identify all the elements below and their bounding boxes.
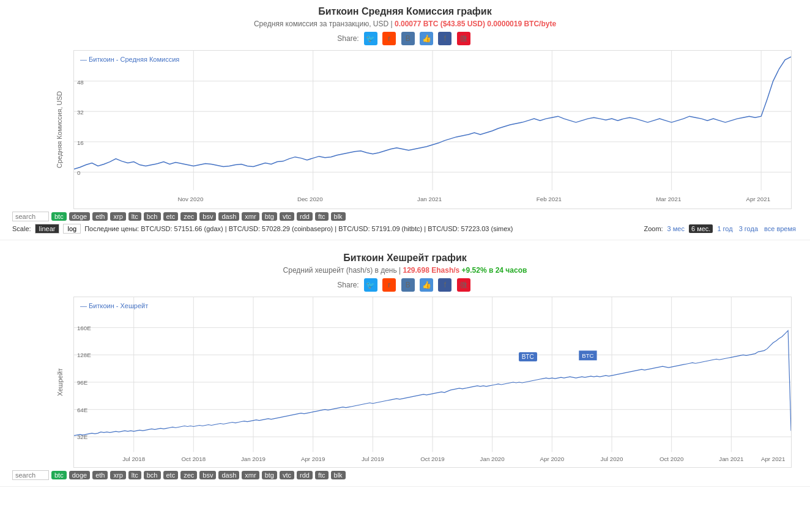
chart1-share-bar: Share: 🐦 r В 👍 f 微 xyxy=(12,32,798,45)
coin-bch-1[interactable]: bch xyxy=(144,212,161,221)
chart2-title: Биткоин Хешрейт график xyxy=(12,253,798,264)
coin-ltc-1[interactable]: ltc xyxy=(128,212,141,221)
chart2-section: Биткоин Хешрейт график Средний хешрейт (… xyxy=(0,246,810,487)
svg-text:Oct 2019: Oct 2019 xyxy=(420,456,445,462)
chart1-subtitle-prefix: Средняя комиссия за транзакцию, USD | xyxy=(254,20,393,28)
share-facebook-icon[interactable]: f xyxy=(438,32,451,45)
zoom-3m[interactable]: 3 мес xyxy=(666,225,686,232)
zoom-label: Zoom: xyxy=(644,225,663,232)
coin-xmr-2[interactable]: xmr xyxy=(242,471,259,479)
svg-text:Jul 2020: Jul 2020 xyxy=(601,456,623,462)
share2-like-icon[interactable]: 👍 xyxy=(420,278,433,292)
svg-text:96E: 96E xyxy=(77,379,88,386)
chart1-y-label: Средняя Комиссия, USD xyxy=(56,91,64,168)
coin-blk-2[interactable]: blk xyxy=(331,471,346,479)
coin-etc-2[interactable]: etc xyxy=(163,471,179,479)
coin-btc-1[interactable]: btc xyxy=(51,212,67,221)
coin-ltc-2[interactable]: ltc xyxy=(128,471,141,479)
coin-zec-1[interactable]: zec xyxy=(180,212,197,221)
chart1-share-label: Share: xyxy=(337,34,359,43)
svg-text:Oct 2020: Oct 2020 xyxy=(660,456,684,462)
chart2-search-input[interactable] xyxy=(12,470,49,480)
svg-text:Jul 2018: Jul 2018 xyxy=(122,456,145,462)
coin-vtc-2[interactable]: vtc xyxy=(280,471,294,479)
chart2-btc-val: 129.698 Ehash/s xyxy=(403,266,460,275)
share2-reddit-icon[interactable]: r xyxy=(382,278,396,292)
coin-ftc-2[interactable]: ftc xyxy=(315,471,329,479)
chart1-wrapper: Средняя Комиссия, USD Биткоин - Средняя … xyxy=(46,50,792,209)
chart2-subtitle-prefix: Средний хешрейт (hash/s) в день | xyxy=(283,266,401,275)
chart2-svg: 32E 64E 96E 128E 160E Jul 2018 Oct 2018 … xyxy=(74,297,791,467)
share-twitter-icon[interactable]: 🐦 xyxy=(364,32,377,45)
share-like-icon[interactable]: 👍 xyxy=(420,32,433,45)
svg-text:0: 0 xyxy=(77,169,81,176)
share2-vk-icon[interactable]: В xyxy=(401,278,415,292)
chart1-subtitle: Средняя комиссия за транзакцию, USD | 0.… xyxy=(12,20,798,28)
chart2-share-label: Share: xyxy=(337,281,359,289)
coin-xrp-2[interactable]: xrp xyxy=(110,471,125,479)
svg-text:Apr 2021: Apr 2021 xyxy=(746,196,770,202)
chart2-canvas: Биткоин - Хешрейт BTC xyxy=(73,297,792,468)
chart2-legend: Биткоин - Хешрейт xyxy=(80,302,148,309)
coin-bsv-2[interactable]: bsv xyxy=(199,471,216,479)
coin-blk-1[interactable]: blk xyxy=(331,212,346,221)
zoom-all[interactable]: все время xyxy=(762,225,798,232)
coin-rdd-2[interactable]: rdd xyxy=(297,471,313,479)
chart1-legend: Биткоин - Средняя Комиссия xyxy=(80,56,179,63)
coin-dash-2[interactable]: dash xyxy=(218,471,239,479)
svg-text:Feb 2021: Feb 2021 xyxy=(537,196,562,202)
chart2-share-bar: Share: 🐦 r В 👍 f 微 xyxy=(12,278,798,292)
share2-facebook-icon[interactable]: f xyxy=(438,278,451,292)
svg-text:Apr 2021: Apr 2021 xyxy=(761,456,786,462)
share-vk-icon[interactable]: В xyxy=(401,32,415,45)
coin-doge-1[interactable]: doge xyxy=(69,212,90,221)
scale-linear-btn[interactable]: linear xyxy=(35,224,60,234)
chart1-scale-bar: Scale: linear log Последние цены: BTC/US… xyxy=(12,224,798,234)
coin-btc-2[interactable]: btc xyxy=(51,471,67,479)
svg-text:Jan 2019: Jan 2019 xyxy=(241,456,266,462)
svg-text:32: 32 xyxy=(77,109,84,116)
zoom-3y[interactable]: 3 года xyxy=(737,225,760,232)
coin-etc-1[interactable]: etc xyxy=(163,212,179,221)
share2-twitter-icon[interactable]: 🐦 xyxy=(364,278,377,292)
svg-text:Oct 2018: Oct 2018 xyxy=(182,456,206,462)
chart2-y-label: Хешрейт xyxy=(56,368,64,396)
coin-btg-1[interactable]: btg xyxy=(262,212,277,221)
btc-tooltip: BTC xyxy=(519,352,537,361)
svg-text:BTC: BTC xyxy=(582,352,594,359)
svg-text:Jan 2020: Jan 2020 xyxy=(480,456,505,462)
svg-text:Nov 2020: Nov 2020 xyxy=(178,196,204,202)
coin-vtc-1[interactable]: vtc xyxy=(280,212,294,221)
coin-zec-2[interactable]: zec xyxy=(180,471,197,479)
coin-bch-2[interactable]: bch xyxy=(144,471,161,479)
coin-rdd-1[interactable]: rdd xyxy=(297,212,313,221)
coin-eth-2[interactable]: eth xyxy=(92,471,108,479)
svg-text:160E: 160E xyxy=(77,325,91,331)
zoom-6m[interactable]: 6 мес. xyxy=(689,224,713,233)
coin-doge-2[interactable]: doge xyxy=(69,471,90,479)
zoom-1y[interactable]: 1 год xyxy=(715,225,734,232)
chart2-btc-change: +9.52% в 24 часов xyxy=(462,266,527,275)
coin-bsv-1[interactable]: bsv xyxy=(199,212,216,221)
coin-eth-1[interactable]: eth xyxy=(92,212,108,221)
svg-text:128E: 128E xyxy=(77,352,91,358)
coin-ftc-1[interactable]: ftc xyxy=(315,212,329,221)
chart2-subtitle: Средний хешрейт (hash/s) в день | 129.69… xyxy=(12,266,798,275)
svg-text:16: 16 xyxy=(77,139,84,146)
chart1-prices: Последние цены: BTC/USD: 57151.66 (gdax)… xyxy=(84,225,513,232)
chart1-section: Биткоин Средняя Комиссия график Средняя … xyxy=(0,0,810,240)
coin-xrp-1[interactable]: xrp xyxy=(110,212,125,221)
share-weibo-icon[interactable]: 微 xyxy=(457,32,470,45)
chart2-wrapper: Хешрейт Биткоин - Хешрейт BTC xyxy=(46,297,792,468)
svg-text:Jul 2019: Jul 2019 xyxy=(362,456,384,462)
chart1-canvas: Биткоин - Средняя Комиссия xyxy=(73,50,792,209)
coin-dash-1[interactable]: dash xyxy=(218,212,239,221)
svg-text:48: 48 xyxy=(77,79,84,86)
share2-weibo-icon[interactable]: 微 xyxy=(457,278,470,292)
coin-xmr-1[interactable]: xmr xyxy=(242,212,259,221)
scale-log-btn[interactable]: log xyxy=(63,224,81,234)
coin-btg-2[interactable]: btg xyxy=(262,471,277,479)
share-reddit-icon[interactable]: r xyxy=(382,32,396,45)
chart1-title: Биткоин Средняя Комиссия график xyxy=(12,6,798,17)
chart1-search-input[interactable] xyxy=(12,212,49,221)
